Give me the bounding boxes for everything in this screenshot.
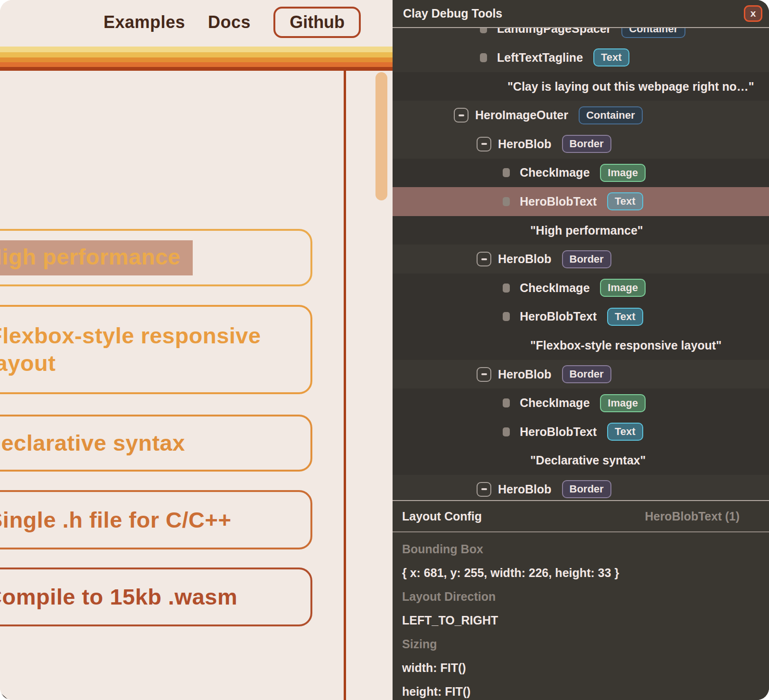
config-value: { x: 681, y: 255, width: 226, height: 33… [402, 561, 760, 585]
tree-text-content-row[interactable]: "Clay is laying out this webpage right n… [393, 72, 769, 101]
element-type-badge: Container [579, 106, 643, 124]
collapse-button[interactable] [477, 137, 491, 151]
element-name: HeroBlob [498, 368, 552, 381]
tree-row-HeroBlob[interactable]: HeroBlobBorder [393, 245, 769, 274]
config-value: LEFT_TO_RIGHT [402, 608, 760, 632]
tree-text-content-row[interactable]: "Flexbox-style responsive layout" [393, 331, 769, 360]
element-icon [503, 427, 510, 436]
tree-row-HeroImageOuter[interactable]: HeroImageOuterContainer [393, 101, 769, 130]
collapse-button[interactable] [477, 482, 491, 497]
element-name: HeroBlobText [520, 425, 597, 439]
tree-row-HeroBlob[interactable]: HeroBlobBorder [393, 475, 769, 500]
collapse-button[interactable] [454, 108, 469, 123]
tree-row-CheckImage[interactable]: CheckImageImage [393, 388, 769, 417]
stripe-band [0, 52, 393, 57]
element-icon [503, 284, 510, 293]
stripe-band [0, 67, 393, 71]
github-button[interactable]: Github [273, 7, 361, 38]
layout-config-bar: Layout Config HeroBlobText (1) [393, 500, 769, 532]
feature-box: Declarative syntax [0, 415, 312, 472]
tree-text-content-row[interactable]: "Declarative syntax" [393, 446, 769, 475]
feature-box: Flexbox-style responsive layout [0, 305, 312, 394]
nav-examples[interactable]: Examples [103, 12, 185, 32]
element-type-badge: Image [600, 279, 646, 297]
element-type-badge: Image [600, 394, 646, 412]
tree-row-HeroBlob[interactable]: HeroBlobBorder [393, 360, 769, 389]
element-type-badge: Text [593, 48, 629, 66]
minus-icon [459, 114, 464, 116]
text-content: "Clay is laying out this webpage right n… [507, 80, 754, 94]
tree-row-LeftTextTagline[interactable]: LeftTextTaglineText [393, 43, 769, 72]
element-name: CheckImage [520, 166, 590, 180]
element-type-badge: Text [607, 308, 643, 326]
element-icon [503, 197, 510, 206]
tree-row-HeroBlob[interactable]: HeroBlobBorder [393, 130, 769, 159]
feature-box-label: Single .h file for C/C++ [0, 506, 231, 534]
element-name: HeroImageOuter [475, 108, 568, 122]
element-type-badge: Text [607, 192, 643, 210]
element-name: CheckImage [520, 281, 590, 295]
tree-row-CheckImage[interactable]: CheckImageImage [393, 159, 769, 188]
selected-element-label: HeroBlobText (1) [645, 510, 740, 523]
element-type-badge: Image [600, 164, 646, 182]
debug-panel-header: Clay Debug Tools x [393, 0, 769, 28]
element-icon [503, 398, 510, 407]
element-name: CheckImage [520, 396, 590, 410]
nav-docs[interactable]: Docs [208, 12, 251, 32]
tree-row-HeroBlobText[interactable]: HeroBlobTextText [393, 417, 769, 446]
app-window: Examples Docs Github High performanceFle… [0, 0, 769, 700]
element-name: HeroBlobText [520, 310, 597, 323]
feature-box: Compile to 15kb .wasm [0, 568, 312, 626]
element-icon [480, 53, 487, 62]
minus-icon [481, 373, 487, 375]
tree-text-content-row[interactable]: "High performance" [393, 216, 769, 245]
text-content: "High performance" [530, 224, 643, 237]
feature-box-label: Declarative syntax [0, 429, 185, 457]
feature-box: High performance [0, 229, 312, 286]
corner-glyph [0, 692, 9, 700]
element-icon [503, 168, 510, 177]
tree-row-HeroBlobText[interactable]: HeroBlobTextText [393, 303, 769, 331]
feature-box-label: Compile to 15kb .wasm [0, 583, 237, 611]
element-type-badge: Border [562, 250, 611, 268]
config-label: Layout Direction [402, 585, 760, 608]
element-icon [503, 312, 510, 321]
collapse-button[interactable] [477, 252, 491, 266]
collapse-button[interactable] [477, 367, 491, 382]
minus-icon [481, 143, 487, 145]
tree-row-CheckImage[interactable]: CheckImageImage [393, 274, 769, 303]
layout-config-title: Layout Config [402, 510, 645, 523]
debug-panel-title: Clay Debug Tools [403, 7, 744, 20]
feature-box-label: High performance [0, 240, 193, 275]
minus-icon [481, 258, 487, 260]
element-type-badge: Border [562, 480, 611, 498]
element-name: HeroBlob [498, 482, 552, 496]
text-content: "Declarative syntax" [530, 454, 646, 467]
text-content: "Flexbox-style responsive layout" [530, 339, 722, 352]
element-name: HeroBlob [498, 137, 552, 151]
feature-box-label: Flexbox-style responsive layout [0, 322, 283, 377]
page-scrollbar-thumb[interactable] [375, 72, 387, 200]
page-content: Examples Docs Github High performanceFle… [0, 0, 393, 700]
config-value: height: FIT() [402, 680, 760, 700]
element-type-badge: Border [562, 365, 611, 383]
vertical-divider [344, 67, 346, 700]
element-name: HeroBlob [498, 252, 552, 266]
stripe-band [0, 62, 393, 67]
feature-box: Single .h file for C/C++ [0, 490, 312, 549]
config-label: Sizing [402, 632, 760, 656]
stripe-band [0, 57, 393, 62]
element-type-badge: Text [607, 423, 643, 441]
config-value: width: FIT() [402, 656, 760, 680]
minus-icon [481, 488, 487, 490]
element-tree: LandingPageSpacerContainerLeftTextTaglin… [393, 0, 769, 500]
element-type-badge: Border [562, 135, 611, 153]
stripe-band [0, 47, 393, 52]
element-name: LeftTextTagline [497, 51, 583, 65]
close-icon[interactable]: x [744, 5, 762, 22]
clay-debug-panel: LandingPageSpacerContainerLeftTextTaglin… [393, 0, 769, 700]
tree-row-HeroBlobText[interactable]: HeroBlobTextText [393, 187, 769, 216]
layout-config-body: Bounding Box{ x: 681, y: 255, width: 226… [393, 532, 769, 700]
rainbow-stripe [0, 47, 393, 71]
config-label: Bounding Box [402, 537, 760, 561]
